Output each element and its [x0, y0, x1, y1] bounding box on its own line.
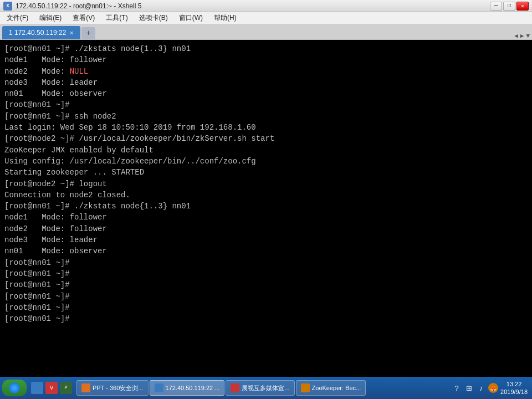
- clock-date: 2019/9/18: [500, 388, 528, 396]
- help-tray-icon[interactable]: ?: [452, 383, 462, 393]
- terminal-line: [root@nn01 ~]# ssh node2: [4, 111, 528, 122]
- null-value: NULL: [70, 67, 89, 76]
- minimize-button[interactable]: ─: [490, 2, 502, 11]
- terminal-line: [root@nn01 ~]# ./zkstats node{1..3} nn01: [4, 43, 528, 54]
- windows-logo-icon: [9, 382, 20, 393]
- taskbar-xshell-label: 172.40.50.119:22 ...: [166, 385, 220, 391]
- menu-view[interactable]: 查看(V): [68, 12, 99, 24]
- taskbar: V P PPT - 360安全浏... 172.40.50.119:22 ...…: [0, 377, 532, 399]
- zookeeper-icon: [301, 383, 310, 392]
- taskbar-ppt-label: PPT - 360安全浏...: [93, 384, 144, 392]
- terminal-line: [root@nn01 ~]#: [4, 268, 528, 279]
- terminal-line: node1 Mode: follower: [4, 212, 528, 223]
- terminal-line: node3 Mode: leader: [4, 234, 528, 245]
- tab-bar: 1 172.40.50.119:22 ✕ + ◀ ▶ ▼: [0, 24, 532, 40]
- terminal-line: [root@nn01 ~]#: [4, 99, 528, 110]
- terminal-line: node3 Mode: leader: [4, 77, 528, 88]
- taskbar-media-item[interactable]: 展视互多媒体宣...: [226, 380, 294, 396]
- terminal-line: Starting zookeeper ... STARTED: [4, 167, 528, 178]
- media-icon: [231, 383, 239, 392]
- menu-window[interactable]: 窗口(W): [175, 12, 207, 24]
- system-tray: ? ⊞ ♪ 🦊 13:22 2019/9/18: [452, 380, 530, 396]
- maximize-button[interactable]: □: [503, 2, 515, 11]
- network-tray-icon[interactable]: ⊞: [464, 383, 474, 393]
- terminal-line: ZooKeeper JMX enabled by default: [4, 145, 528, 156]
- browser-tray-icon[interactable]: 🦊: [488, 383, 498, 393]
- terminal-line: Last login: Wed Sep 18 10:50:10 2019 fro…: [4, 122, 528, 133]
- tab-close-icon[interactable]: ✕: [69, 30, 74, 36]
- system-clock: 13:22 2019/9/18: [500, 380, 528, 396]
- terminal-line: [root@nn01 ~]#: [4, 302, 528, 313]
- window-controls: ─ □ ✕: [490, 2, 529, 11]
- quicklaunch-v-icon[interactable]: V: [45, 382, 58, 394]
- nav-left-icon[interactable]: ◀: [514, 32, 518, 39]
- start-button[interactable]: [2, 380, 27, 396]
- app-icon: X: [3, 2, 12, 11]
- taskbar-zookeeper-label: ZooKeeper: Bec...: [312, 385, 361, 391]
- tab-controls: ◀ ▶ ▼: [514, 32, 530, 39]
- terminal-line: [root@nn01 ~]# ./zkstats node{1..3} nn01: [4, 201, 528, 212]
- menu-bar: 文件(F) 编辑(E) 查看(V) 工具(T) 选项卡(B) 窗口(W) 帮助(…: [0, 12, 532, 24]
- terminal-line: nn01 Mode: observer: [4, 245, 528, 257]
- terminal-line: nn01 Mode: observer: [4, 88, 528, 99]
- taskbar-media-label: 展视互多媒体宣...: [242, 384, 289, 392]
- taskbar-xshell-item[interactable]: 172.40.50.119:22 ...: [150, 380, 225, 396]
- title-bar: X 172.40.50.119:22 - root@nn01:~ - Xshel…: [0, 0, 532, 12]
- tab-label: 1 172.40.50.119:22: [9, 29, 66, 37]
- terminal-line: [root@nn01 ~]#: [4, 313, 528, 324]
- terminal-line: [root@nn01 ~]#: [4, 279, 528, 290]
- menu-tabs[interactable]: 选项卡(B): [135, 12, 172, 24]
- menu-tools[interactable]: 工具(T): [101, 12, 132, 24]
- terminal-line: [root@nn01 ~]#: [4, 257, 528, 268]
- terminal-line: node2 Mode: NULL: [4, 66, 528, 77]
- terminal-line: Connection to node2 closed.: [4, 190, 528, 201]
- prompt: [root@nn01 ~]# ./zkstats node{1..3} nn01: [4, 44, 191, 53]
- close-button[interactable]: ✕: [516, 2, 529, 11]
- ppt-icon: [81, 383, 90, 392]
- terminal-output[interactable]: [root@nn01 ~]# ./zkstats node{1..3} nn01…: [0, 40, 532, 377]
- terminal-line: [root@nn01 ~]#: [4, 291, 528, 302]
- new-tab-button[interactable]: +: [81, 27, 95, 39]
- terminal-line: Using config: /usr/local/zookeeper/bin/.…: [4, 156, 528, 167]
- volume-tray-icon[interactable]: ♪: [476, 383, 486, 393]
- quicklaunch-p-icon[interactable]: P: [60, 382, 72, 394]
- session-tab[interactable]: 1 172.40.50.119:22 ✕: [2, 26, 80, 39]
- nav-down-icon[interactable]: ▼: [526, 33, 530, 39]
- menu-edit[interactable]: 编辑(E): [35, 12, 66, 24]
- taskbar-ppt-item[interactable]: PPT - 360安全浏...: [76, 380, 149, 396]
- clock-time: 13:22: [500, 380, 528, 388]
- quicklaunch-ie-icon[interactable]: [31, 382, 43, 394]
- terminal-line: node1 Mode: follower: [4, 54, 528, 65]
- menu-help[interactable]: 帮助(H): [209, 12, 241, 24]
- terminal-line: node2 Mode: follower: [4, 223, 528, 234]
- xshell-icon: [155, 383, 163, 392]
- title-bar-left: X 172.40.50.119:22 - root@nn01:~ - Xshel…: [3, 2, 141, 11]
- menu-file[interactable]: 文件(F): [2, 12, 33, 24]
- nav-right-icon[interactable]: ▶: [520, 32, 524, 39]
- taskbar-items: PPT - 360安全浏... 172.40.50.119:22 ... 展视互…: [76, 380, 449, 396]
- window-title: 172.40.50.119:22 - root@nn01:~ - Xshell …: [16, 2, 141, 10]
- terminal-line: [root@node2 ~]# /usr/local/zookeeper/bin…: [4, 133, 528, 144]
- terminal-line: [root@node2 ~]# logout: [4, 178, 528, 190]
- taskbar-zookeeper-item[interactable]: ZooKeeper: Bec...: [296, 380, 366, 396]
